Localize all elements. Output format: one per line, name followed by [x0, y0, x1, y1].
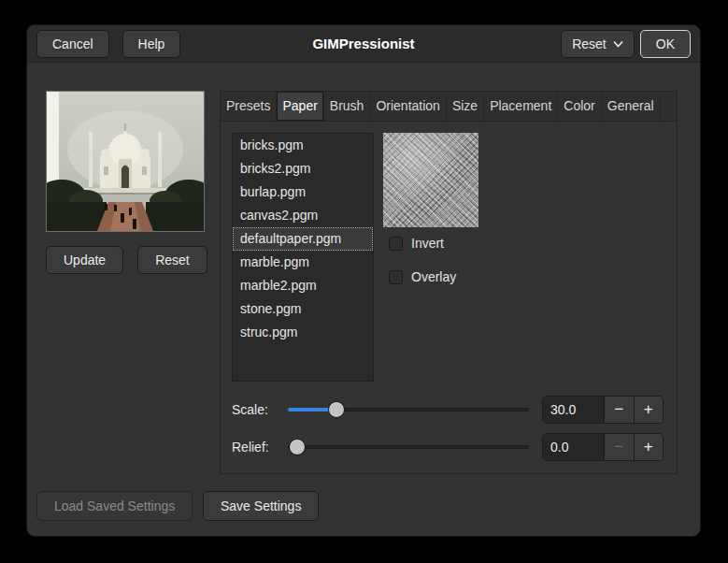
tab-color[interactable]: Color [558, 92, 601, 121]
paper-list-item-selected[interactable]: defaultpaper.pgm [233, 227, 373, 251]
scale-row: Scale: 30.0 − + [232, 396, 664, 424]
relief-row: Relief: 0.0 − + [232, 433, 664, 461]
paper-texture-preview [383, 133, 478, 227]
scale-slider[interactable] [288, 401, 529, 418]
scale-value-entry[interactable]: 30.0 [543, 397, 605, 423]
screen-background: GIMPressionist Cancel Help Reset OK [0, 0, 728, 563]
update-button[interactable]: Update [46, 246, 123, 274]
preview-reset-button[interactable]: Reset [137, 246, 207, 274]
minus-icon: − [614, 400, 623, 418]
load-saved-settings-button[interactable]: Load Saved Settings [36, 491, 193, 521]
gimpressionist-dialog: GIMPressionist Cancel Help Reset OK [26, 24, 701, 537]
tab-brush[interactable]: Brush [324, 92, 371, 121]
invert-checkbox[interactable] [389, 237, 403, 251]
scale-spinbox: 30.0 − + [542, 396, 664, 424]
relief-slider-handle[interactable] [289, 439, 306, 455]
taj-mahal-preview-image [47, 92, 204, 231]
overlay-checkbox-label: Overlay [411, 269, 456, 284]
help-button[interactable]: Help [122, 30, 181, 58]
invert-option: Invert [389, 236, 444, 251]
relief-decrement-button[interactable]: − [605, 434, 634, 460]
tab-orientation[interactable]: Orientation [370, 92, 446, 121]
relief-increment-button[interactable]: + [634, 434, 664, 460]
footer-save: Save Settings [203, 491, 319, 521]
paper-list-item[interactable]: marble.pgm [233, 251, 373, 274]
relief-value-entry[interactable]: 0.0 [543, 434, 605, 460]
tab-bar: Presets Paper Brush Orientation Size Pla… [221, 92, 677, 122]
relief-slider-track[interactable] [288, 445, 529, 449]
tab-general[interactable]: General [602, 92, 661, 121]
footer-load: Load Saved Settings [36, 491, 193, 521]
paper-list-item[interactable]: stone.pgm [233, 297, 373, 321]
header-bar: GIMPressionist Cancel Help Reset OK [27, 25, 700, 63]
tab-presets[interactable]: Presets [221, 92, 277, 121]
ok-button[interactable]: OK [640, 30, 691, 58]
cancel-button[interactable]: Cancel [36, 30, 109, 58]
image-preview [46, 91, 205, 232]
tab-paper[interactable]: Paper [277, 92, 323, 121]
paper-file-list: bricks.pgm bricks2.pgm burlap.pgm canvas… [232, 133, 374, 382]
paper-list-item[interactable]: bricks2.pgm [233, 157, 373, 180]
paper-list-item[interactable]: struc.pgm [233, 321, 373, 344]
paper-list-item[interactable]: canvas2.pgm [233, 204, 373, 227]
chevron-down-icon [613, 40, 623, 48]
relief-slider[interactable] [288, 439, 529, 455]
scale-decrement-button[interactable]: − [605, 397, 634, 423]
paper-list-item[interactable]: burlap.pgm [233, 180, 373, 204]
header-left-buttons: Cancel Help [36, 30, 180, 58]
settings-notebook: Presets Paper Brush Orientation Size Pla… [220, 91, 678, 474]
relief-spinbox: 0.0 − + [542, 433, 664, 461]
plus-icon: + [644, 400, 653, 418]
save-settings-button[interactable]: Save Settings [203, 491, 319, 521]
plus-icon: + [644, 438, 653, 455]
reset-dropdown-button[interactable]: Reset [561, 30, 635, 58]
overlay-checkbox[interactable] [389, 270, 403, 284]
reset-dropdown-label: Reset [572, 36, 607, 52]
paper-list-item[interactable]: bricks.pgm [233, 134, 373, 157]
tab-placement[interactable]: Placement [484, 92, 558, 121]
invert-checkbox-label: Invert [411, 236, 444, 251]
scale-label: Scale: [232, 402, 280, 417]
minus-icon: − [614, 438, 623, 455]
relief-label: Relief: [232, 440, 280, 455]
tab-size[interactable]: Size [447, 92, 484, 121]
overlay-option: Overlay [389, 269, 456, 284]
scale-slider-handle[interactable] [328, 401, 345, 418]
preview-buttons: Update Reset [46, 246, 207, 274]
paper-list-item[interactable]: marble2.pgm [233, 274, 373, 297]
scale-increment-button[interactable]: + [634, 397, 664, 423]
header-right-buttons: Reset OK [561, 30, 691, 58]
